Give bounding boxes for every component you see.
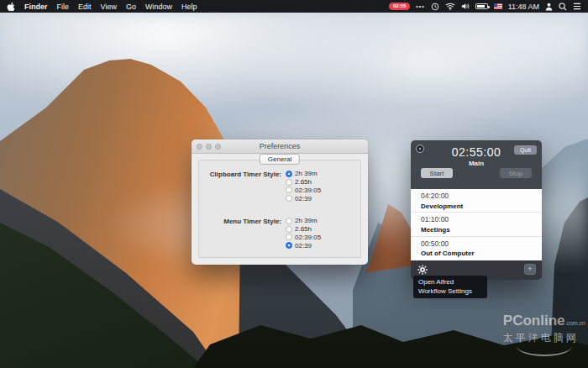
radio-option-label: 2.65h: [295, 178, 312, 186]
window-traffic-lights: [197, 144, 221, 150]
desktop-wallpaper: Preferences General Clipboard Timer Styl…: [0, 13, 588, 368]
radio-option-clipboard-2h39m[interactable]: 2h 39m: [286, 170, 321, 178]
radio-icon: [286, 179, 292, 186]
radio-option-menu-2h39m[interactable]: 2h 39m: [286, 217, 321, 225]
timer-time: 00:50:00: [421, 239, 542, 248]
close-window-button[interactable]: [197, 144, 202, 150]
menu-item-window[interactable]: Window: [145, 3, 172, 11]
battery-icon[interactable]: [475, 3, 488, 9]
radio-icon: [286, 226, 292, 233]
volume-icon[interactable]: [461, 3, 470, 10]
apple-icon: [7, 2, 15, 12]
radio-option-clipboard-2.65h[interactable]: 2.65h: [286, 178, 321, 187]
minimize-window-button[interactable]: [206, 144, 212, 150]
radio-icon: [286, 234, 292, 240]
menu-item-go[interactable]: Go: [126, 3, 136, 11]
radio-option-menu-2.65h[interactable]: 2.65h: [286, 225, 321, 234]
radio-option-clipboard-0239[interactable]: 02:39: [286, 194, 321, 202]
zoom-window-button[interactable]: [215, 144, 221, 150]
clipboard-timer-style-group: Clipboard Timer Style: 2h 39m 2.65h 02:3…: [202, 170, 321, 202]
workflow-settings-tooltip: Open Alfred Workflow Settings: [413, 276, 487, 298]
clock-icon[interactable]: [431, 3, 439, 11]
stop-button[interactable]: Stop: [500, 168, 532, 178]
menu-item-view[interactable]: View: [101, 3, 117, 11]
input-language-flag-icon[interactable]: [494, 3, 502, 9]
notification-center-icon[interactable]: [573, 3, 581, 10]
timer-panel: Quit 02:55:00 Main Start Stop 04:20:00 D…: [411, 140, 542, 280]
timer-label: Meetings: [421, 226, 542, 234]
add-timer-button[interactable]: +: [524, 264, 536, 275]
preferences-titlebar[interactable]: Preferences: [192, 139, 368, 154]
timer-menu-badge[interactable]: 02:55: [389, 3, 410, 10]
radio-icon: [286, 195, 292, 202]
radio-option-label: 02:39: [295, 242, 312, 250]
radio-option-label: 02:39: [295, 195, 312, 202]
radio-icon: [286, 218, 292, 224]
wifi-icon[interactable]: [445, 3, 455, 10]
timer-list: 04:20:00 Development 01:10:00 Meetings 0…: [411, 189, 542, 260]
desktop-screen: Finder File Edit View Go Window Help 02:…: [0, 0, 588, 368]
radio-icon: [286, 187, 292, 193]
menu-bar: Finder File Edit View Go Window Help 02:…: [0, 0, 588, 13]
menu-timer-style-options: 2h 39m 2.65h 02:39:05 02:39: [286, 217, 321, 250]
menu-bar-clock[interactable]: 11:48 AM: [508, 3, 539, 11]
pconline-watermark: PConline.com.cn 太平洋电脑网: [503, 313, 585, 356]
radio-option-menu-023905[interactable]: 02:39:05: [286, 234, 321, 242]
radio-selected-icon: [286, 171, 292, 177]
timer-list-item-meetings[interactable]: 01:10:00 Meetings: [411, 213, 542, 236]
menu-item-edit[interactable]: Edit: [78, 3, 92, 11]
menu-bar-left: Finder File Edit View Go Window Help: [7, 2, 197, 12]
timer-label: Development: [421, 202, 542, 210]
start-button[interactable]: Start: [421, 168, 453, 178]
watermark-brand: PConline: [503, 313, 565, 329]
menu-bar-status: 02:55 ••• 11:48 AM: [389, 3, 581, 11]
user-icon[interactable]: [545, 3, 553, 11]
timer-time: 01:10:00: [421, 215, 542, 223]
radio-option-label: 2h 39m: [295, 217, 318, 224]
radio-option-label: 02:39:05: [295, 234, 321, 241]
more-dots-icon[interactable]: •••: [416, 3, 424, 10]
main-timer-name: Main: [411, 160, 542, 167]
radio-option-menu-0239[interactable]: 02:39: [286, 241, 321, 250]
menu-timer-style-label: Menu Timer Style:: [202, 217, 281, 250]
radio-option-label: 2h 39m: [295, 170, 318, 177]
clipboard-timer-style-options: 2h 39m 2.65h 02:39:05 02:39: [286, 170, 321, 202]
radio-selected-icon: [286, 242, 292, 249]
quit-button[interactable]: Quit: [514, 145, 537, 155]
clipboard-timer-style-label: Clipboard Timer Style:: [202, 170, 281, 202]
apple-menu[interactable]: [7, 2, 15, 12]
timer-list-item-development[interactable]: 04:20:00 Development: [411, 189, 542, 213]
timer-label: Out of Computer: [421, 250, 542, 257]
menu-timer-style-group: Menu Timer Style: 2h 39m 2.65h 02:39:05: [202, 217, 321, 250]
spotlight-search-icon[interactable]: [559, 3, 567, 11]
timer-panel-header: Quit 02:55:00 Main Start Stop: [411, 140, 542, 189]
preferences-window: Preferences General Clipboard Timer Styl…: [192, 139, 368, 265]
watermark-domain: .com.cn: [564, 320, 585, 326]
window-title: Preferences: [260, 142, 301, 150]
timer-dot-icon[interactable]: [416, 145, 424, 153]
radio-option-clipboard-023905[interactable]: 02:39:05: [286, 187, 321, 195]
timer-list-item-out-of-computer[interactable]: 00:50:00 Out of Computer: [411, 237, 542, 260]
tab-general[interactable]: General: [260, 154, 300, 165]
menu-item-help[interactable]: Help: [181, 3, 197, 11]
menu-item-file[interactable]: File: [57, 3, 70, 11]
settings-gear-icon[interactable]: [417, 264, 428, 276]
watermark-arc: [517, 346, 572, 356]
radio-option-label: 2.65h: [295, 225, 312, 233]
timer-time: 04:20:00: [421, 192, 542, 200]
watermark-subtitle: 太平洋电脑网: [503, 331, 585, 345]
radio-option-label: 02:39:05: [295, 187, 321, 194]
menu-item-finder[interactable]: Finder: [24, 3, 48, 11]
